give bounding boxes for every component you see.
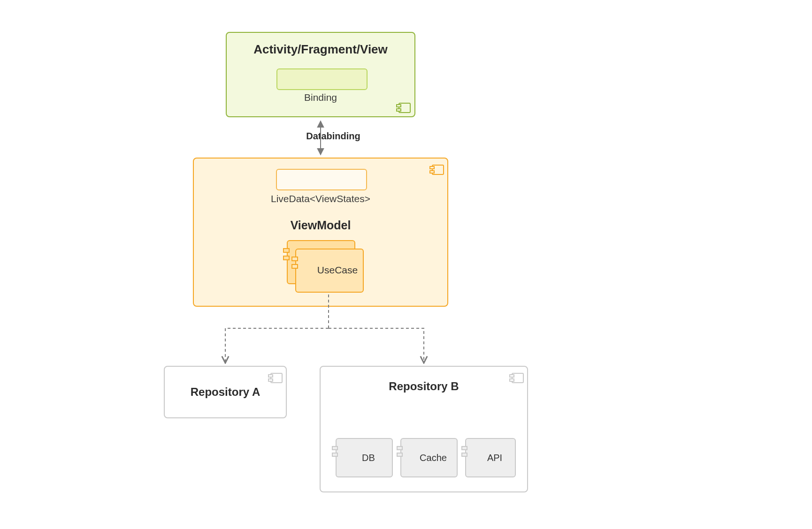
usecase-label: UseCase: [314, 264, 361, 276]
usecase-to-repo-a-connector: [225, 328, 329, 363]
activity-fragment-view-box: Activity/Fragment/View Binding: [226, 32, 415, 117]
repository-b-box: Repository B DB Cache API: [320, 366, 528, 492]
db-label: DB: [337, 453, 392, 463]
cache-component: Cache: [400, 438, 458, 477]
repository-a-title: Repository A: [165, 385, 286, 399]
db-component: DB: [336, 438, 393, 477]
binding-label: Binding: [227, 92, 414, 103]
viewmodel-box: LiveData<ViewStates> ViewModel UseCase: [193, 158, 448, 307]
repository-a-box: Repository A: [164, 366, 287, 418]
architecture-diagram: Activity/Fragment/View Binding Databindi…: [0, 0, 812, 529]
livedata-pill: [276, 169, 367, 190]
databinding-connector-label: Databinding: [282, 131, 385, 142]
activity-title: Activity/Fragment/View: [227, 42, 414, 57]
cache-label: Cache: [401, 453, 457, 463]
livedata-label: LiveData<ViewStates>: [194, 193, 447, 204]
api-component: API: [465, 438, 516, 477]
repository-b-title: Repository B: [321, 380, 527, 393]
api-label: API: [466, 453, 515, 463]
binding-pill: [276, 68, 368, 90]
usecase-to-repo-b-connector: [329, 328, 424, 363]
viewmodel-title: ViewModel: [194, 219, 447, 232]
